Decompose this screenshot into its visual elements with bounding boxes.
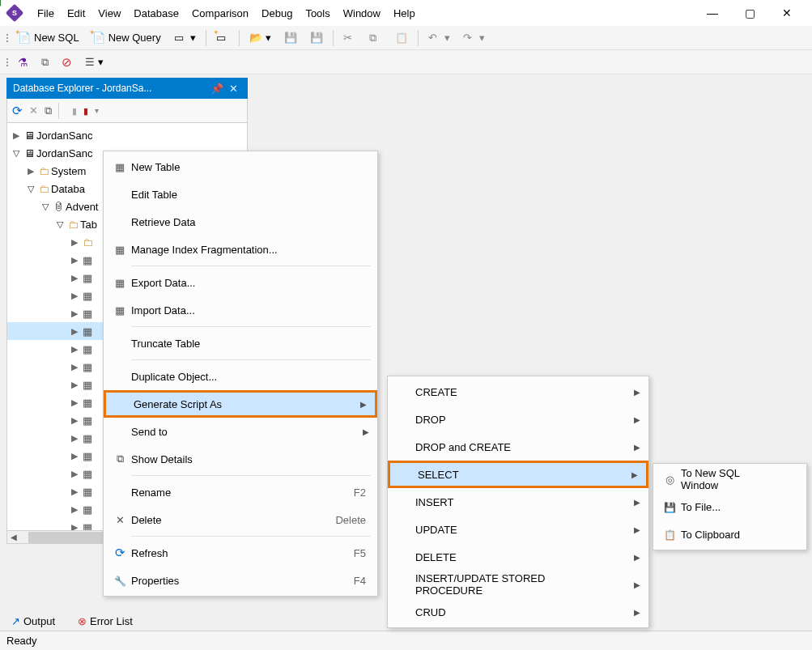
- submenu-arrow-icon: ▶: [363, 427, 369, 436]
- stop-button[interactable]: [57, 53, 77, 72]
- scroll-left-icon[interactable]: ◀: [7, 531, 20, 543]
- ctx-export[interactable]: ▦Export Data...: [104, 269, 377, 296]
- copy-icon: ⧉: [369, 32, 382, 45]
- bottom-tabs: Output Error List: [6, 612, 138, 631]
- ctx-insert[interactable]: INSERT▶: [388, 488, 648, 516]
- ctx-update[interactable]: UPDATE▶: [388, 516, 648, 543]
- menubar: File Edit View Database Comparison Debug…: [32, 4, 420, 23]
- ctx-drop[interactable]: DROP▶: [388, 406, 648, 433]
- saveall-icon: 💾: [310, 32, 323, 45]
- minimize-button[interactable]: —: [694, 0, 731, 26]
- ctx-new-table[interactable]: ▦New Table: [104, 153, 377, 181]
- query-icon: 📄: [92, 32, 105, 45]
- ctx-to-new-sql[interactable]: To New SQL Window: [653, 465, 806, 493]
- toolbar-grip[interactable]: [5, 34, 10, 42]
- doc-icon: ▭: [216, 32, 229, 45]
- saveall-button[interactable]: 💾: [305, 29, 328, 47]
- submenu-arrow-icon: ▶: [634, 498, 640, 507]
- window-icon: [658, 474, 681, 486]
- ctx-delete-script[interactable]: DELETE▶: [388, 543, 648, 571]
- redo-button[interactable]: ↷ ▾: [458, 29, 490, 47]
- tree-label: Tab: [80, 219, 97, 231]
- menu-tools[interactable]: Tools: [300, 4, 334, 23]
- menu-window[interactable]: Window: [338, 4, 385, 23]
- save-button[interactable]: 💾: [279, 29, 302, 47]
- ctx-to-clipboard[interactable]: To Clipboard: [653, 520, 806, 548]
- flask-button[interactable]: [13, 53, 33, 71]
- ctx-create[interactable]: CREATE▶: [388, 378, 648, 406]
- copy-button[interactable]: ⧉: [364, 29, 387, 47]
- delete-icon: ✕: [108, 514, 131, 526]
- pin-icon[interactable]: 📌: [209, 83, 225, 95]
- ctx-frag[interactable]: ▦Manage Index Fragmentation...: [104, 236, 377, 263]
- ctx-proc[interactable]: INSERT/UPDATE STORED PROCEDURE▶: [388, 571, 648, 598]
- new-query-button[interactable]: 📄 New Query: [87, 29, 166, 47]
- new-sql-button[interactable]: 📄 New SQL: [13, 29, 84, 47]
- open-button[interactable]: 📂 ▾: [244, 29, 276, 47]
- ctx-dropcreate[interactable]: DROP and CREATE▶: [388, 433, 648, 461]
- menu-file[interactable]: File: [32, 4, 59, 23]
- tree-conn-1[interactable]: ▶🖥JordanSanc: [7, 126, 247, 144]
- refresh-icon[interactable]: [12, 104, 23, 118]
- dup-icon[interactable]: [45, 104, 52, 117]
- disconnect-icon[interactable]: [72, 104, 77, 117]
- status-bar: Ready: [0, 631, 812, 650]
- ctx-truncate[interactable]: Truncate Table: [104, 329, 377, 357]
- titlebar: File Edit View Database Comparison Debug…: [0, 0, 812, 26]
- menu-help[interactable]: Help: [389, 4, 420, 23]
- ctx-send-to[interactable]: Send to▶: [104, 418, 377, 445]
- ctx-edit-table[interactable]: Edit Table: [104, 181, 377, 208]
- ctx-duplicate[interactable]: Duplicate Object...: [104, 363, 377, 390]
- secondary-toolbar: ▾: [0, 50, 812, 74]
- context-menu-script: CREATE▶ DROP▶ DROP and CREATE▶ SELECT▶ I…: [387, 376, 649, 628]
- menu-view[interactable]: View: [93, 4, 125, 23]
- new-query-label: New Query: [108, 32, 161, 44]
- ctx-properties[interactable]: PropertiesF4: [104, 567, 377, 594]
- submenu-arrow-icon: ▶: [634, 580, 640, 589]
- app-logo: [6, 4, 24, 23]
- main-toolbar: 📄 New SQL 📄 New Query ▭ ▾ ▭ 📂 ▾ 💾 💾 ✂ ⧉ …: [0, 26, 812, 50]
- ctx-crud[interactable]: CRUD▶: [388, 598, 648, 626]
- close-button[interactable]: ✕: [768, 0, 806, 26]
- list-button[interactable]: ▾: [80, 53, 108, 70]
- menu-comparison[interactable]: Comparison: [187, 4, 253, 23]
- remove-conn-icon[interactable]: [83, 104, 88, 117]
- ctx-import[interactable]: ▦Import Data...: [104, 296, 377, 324]
- undo-button[interactable]: ↶ ▾: [423, 29, 455, 47]
- copy2-button[interactable]: [36, 53, 53, 71]
- ctx-select[interactable]: SELECT▶: [388, 461, 648, 488]
- conn-dropdown[interactable]: ▾: [95, 106, 99, 115]
- stop-icon: [62, 55, 72, 70]
- toolbar-dropdown-1[interactable]: ▭ ▾: [169, 29, 201, 47]
- paste-button[interactable]: 📋: [390, 29, 413, 47]
- error-list-tab[interactable]: Error List: [73, 612, 138, 631]
- ctx-generate-script[interactable]: Generate Script As▶: [104, 390, 377, 418]
- db-explorer-title: Database Explorer - JordanSa...: [13, 83, 209, 94]
- clear-icon[interactable]: [29, 104, 38, 117]
- submenu-arrow-icon: ▶: [360, 400, 367, 409]
- maximize-button[interactable]: ▢: [731, 0, 768, 26]
- ctx-retrieve[interactable]: Retrieve Data: [104, 208, 377, 236]
- details-icon: ⧉: [108, 452, 131, 465]
- paste-icon: 📋: [395, 32, 408, 45]
- table-icon: ▦: [108, 161, 131, 173]
- cut-button[interactable]: ✂: [338, 29, 361, 47]
- output-tab[interactable]: Output: [6, 612, 60, 631]
- submenu-arrow-icon: ▶: [634, 553, 640, 562]
- flask-icon: [18, 56, 28, 69]
- ctx-refresh[interactable]: RefreshF5: [104, 539, 377, 567]
- menu-edit[interactable]: Edit: [62, 4, 90, 23]
- tree-label: Databa: [51, 183, 85, 195]
- menu-database[interactable]: Database: [129, 4, 184, 23]
- ctx-delete[interactable]: ✕DeleteDelete: [104, 506, 377, 533]
- ctx-rename[interactable]: RenameF2: [104, 478, 377, 506]
- toolbar-btn-2[interactable]: ▭: [211, 29, 234, 47]
- copy-icon-2: [41, 56, 49, 69]
- toolbar-grip-2[interactable]: [5, 58, 10, 66]
- clipboard-icon: [658, 529, 681, 541]
- submenu-arrow-icon: ▶: [631, 470, 638, 479]
- ctx-to-file[interactable]: To File...: [653, 493, 806, 520]
- close-icon[interactable]: ✕: [225, 83, 241, 95]
- menu-debug[interactable]: Debug: [257, 4, 297, 23]
- ctx-show-details[interactable]: ⧉Show Details: [104, 445, 377, 473]
